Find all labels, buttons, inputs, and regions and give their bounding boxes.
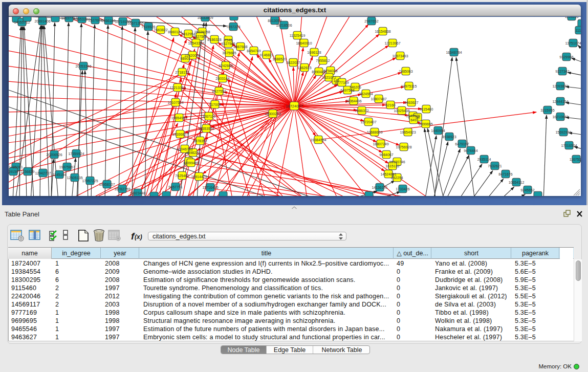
svg-text:9474444: 9474444 [464,149,477,152]
svg-text:20364436: 20364436 [345,99,361,103]
svg-text:3267110: 3267110 [202,115,216,118]
svg-text:1362615: 1362615 [297,66,311,70]
svg-text:12213967: 12213967 [384,41,400,45]
svg-text:7663822: 7663822 [154,28,167,32]
svg-text:3824554: 3824554 [359,92,373,96]
svg-text:16671355: 16671355 [127,21,143,25]
svg-text:9827505: 9827505 [193,35,207,38]
svg-text:10046786: 10046786 [177,147,192,151]
svg-text:6466160: 6466160 [101,19,115,23]
svg-text:14524861: 14524861 [380,172,396,176]
svg-text:7955812: 7955812 [316,59,330,62]
svg-text:1696128: 1696128 [307,51,321,54]
svg-text:19654963: 19654963 [171,116,187,120]
svg-text:1156829: 1156829 [21,170,35,173]
svg-text:9329966: 9329966 [559,55,573,59]
svg-text:10654112: 10654112 [509,181,525,184]
svg-text:9115460: 9115460 [420,107,433,111]
svg-text:13353594: 13353594 [198,127,214,130]
svg-text:16033809: 16033809 [197,17,213,19]
svg-text:6497568: 6497568 [340,89,354,92]
svg-text:14099489: 14099489 [183,161,199,165]
svg-text:1440954: 1440954 [431,129,445,133]
svg-text:1588520: 1588520 [272,57,286,61]
svg-text:10025438: 10025438 [394,109,409,113]
svg-text:16914479: 16914479 [191,175,207,179]
svg-text:12093872: 12093872 [552,84,568,88]
svg-text:16154838: 16154838 [375,30,390,33]
svg-text:7546: 7546 [224,38,232,42]
svg-text:1167533: 1167533 [570,158,581,161]
svg-text:19166827: 19166827 [172,133,188,136]
svg-text:1527602: 1527602 [88,18,102,22]
svg-text:18724007: 18724007 [286,104,302,108]
svg-text:1485081: 1485081 [9,165,23,169]
svg-text:17957225: 17957225 [82,179,98,183]
svg-text:19975867: 19975867 [59,165,75,169]
svg-text:19654923: 19654923 [400,130,416,134]
svg-text:12975115: 12975115 [401,84,417,88]
svg-text:18300273: 18300273 [265,112,280,116]
svg-text:19384554: 19384554 [310,138,326,142]
svg-text:10653287: 10653287 [74,17,90,21]
svg-text:3675685: 3675685 [222,51,236,55]
svg-text:1154898: 1154898 [565,17,579,18]
svg-text:1145194: 1145194 [53,173,67,177]
svg-text:20053346: 20053346 [75,64,91,68]
svg-text:12444154: 12444154 [552,100,568,103]
svg-text:4498222: 4498222 [186,151,200,155]
svg-text:9227342: 9227342 [555,70,569,73]
svg-text:16648784: 16648784 [446,51,462,54]
svg-text:9463627: 9463627 [404,101,418,104]
svg-text:8186328: 8186328 [207,38,221,41]
svg-text:15716485: 15716485 [202,186,218,189]
svg-text:12942737: 12942737 [35,171,51,175]
svg-text:18640910: 18640910 [296,41,312,45]
svg-text:8878352: 8878352 [193,139,207,143]
svg-text:39159: 39159 [9,170,18,173]
svg-text:6899695: 6899695 [419,122,432,126]
svg-text:20206526: 20206526 [46,153,62,157]
svg-text:2867608: 2867608 [233,45,247,49]
svg-text:8938923: 8938923 [442,135,456,139]
svg-text:11325419: 11325419 [290,34,306,37]
svg-text:10107554: 10107554 [167,101,183,104]
svg-text:16543382: 16543382 [188,41,204,45]
svg-text:7485063: 7485063 [399,70,412,73]
svg-text:8813054: 8813054 [268,19,281,23]
svg-text:16782759: 16782759 [114,187,130,191]
svg-text:12505135: 12505135 [67,176,82,180]
svg-text:2718176: 2718176 [175,71,189,74]
svg-text:19756928: 19756928 [396,145,411,149]
svg-text:9146821: 9146821 [259,53,273,57]
svg-text:1112: 1112 [576,29,581,32]
svg-text:16210643: 16210643 [552,115,568,119]
svg-text:7625402: 7625402 [175,174,189,178]
svg-text:12213382: 12213382 [169,86,185,90]
svg-text:8660124: 8660124 [168,30,182,34]
svg-text:3215955: 3215955 [540,108,554,112]
svg-text:8471676: 8471676 [498,172,512,176]
svg-text:20891406: 20891406 [34,19,50,23]
svg-text:9657791: 9657791 [168,185,182,189]
svg-text:17359924: 17359924 [68,152,84,156]
svg-text:1733426: 1733426 [396,187,409,191]
svg-text:17016504: 17016504 [561,144,577,147]
svg-text:10688609: 10688609 [366,130,382,134]
svg-text:10973493: 10973493 [392,54,408,58]
svg-text:6794028: 6794028 [323,69,337,73]
svg-text:12923448: 12923448 [129,191,145,195]
svg-text:5822037: 5822037 [286,61,300,64]
svg-text:7857224: 7857224 [226,25,240,29]
svg-text:252254: 252254 [391,176,403,180]
svg-text:2935114: 2935114 [477,158,491,161]
svg-text:746206: 746206 [349,85,361,89]
svg-text:417004: 417004 [209,103,221,106]
svg-text:8427552: 8427552 [212,90,226,93]
svg-text:15226058: 15226058 [194,30,210,34]
svg-text:18807249: 18807249 [373,142,388,146]
svg-text:7632621: 7632621 [488,164,502,168]
svg-text:15720407: 15720407 [360,120,376,124]
svg-text:9245652: 9245652 [520,188,534,192]
svg-text:2803144: 2803144 [215,77,229,80]
